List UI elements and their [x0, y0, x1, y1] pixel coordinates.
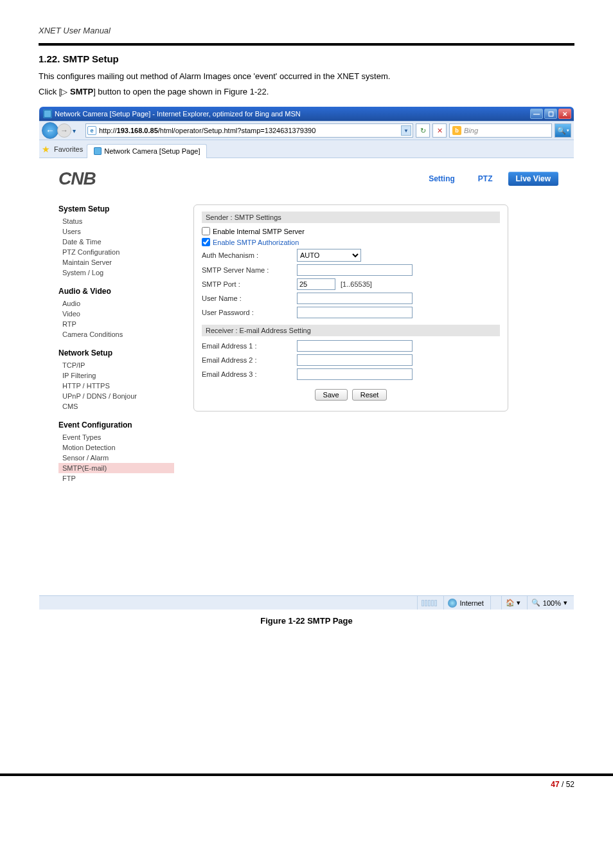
- email3-label: Email Address 3 :: [202, 370, 292, 378]
- zone-label: Internet: [459, 599, 483, 607]
- back-button[interactable]: ←: [42, 122, 58, 139]
- refresh-button[interactable]: ↻: [416, 123, 430, 138]
- enable-internal-smtp-checkbox[interactable]: [202, 227, 210, 235]
- live-view-button[interactable]: Live View: [508, 172, 558, 186]
- minimize-button[interactable]: —: [530, 109, 543, 119]
- page-content: CNB Setting PTZ Live View System Setup S…: [39, 158, 574, 595]
- page-current: 47: [551, 780, 559, 789]
- sidebar-item-rtp[interactable]: RTP: [58, 319, 174, 329]
- close-button[interactable]: ✕: [558, 109, 571, 119]
- top-rule: [39, 43, 574, 46]
- smtp-user-input[interactable]: [297, 293, 413, 304]
- address-bar: ← → ▾ e http://193.168.0.85/html/operato…: [39, 121, 574, 140]
- triangle-icon: ▷: [61, 87, 67, 96]
- doc-header: XNET User Manual: [39, 26, 574, 41]
- smtp-password-input[interactable]: [297, 307, 413, 318]
- email2-input[interactable]: [297, 354, 413, 366]
- email1-input[interactable]: [297, 340, 413, 352]
- search-button[interactable]: 🔍▾: [555, 123, 571, 138]
- sidebar-group-av: Audio & Video: [58, 287, 174, 296]
- browser-tab[interactable]: Network Camera [Setup Page]: [87, 144, 207, 158]
- ptz-button[interactable]: PTZ: [470, 172, 501, 186]
- sidebar-item-system-log[interactable]: System / Log: [58, 267, 174, 278]
- sidebar-item-upnp-ddns[interactable]: UPnP / DDNS / Bonjour: [58, 391, 174, 401]
- sidebar-group-network: Network Setup: [58, 348, 174, 357]
- sidebar-group-event: Event Configuration: [58, 420, 174, 429]
- bottom-rule: [0, 773, 613, 776]
- sidebar-item-ptz-config[interactable]: PTZ Configuration: [58, 247, 174, 257]
- sidebar-item-cms[interactable]: CMS: [58, 401, 174, 411]
- p2-text-c: ] button to open the page shown in Figur…: [93, 87, 269, 96]
- intro-paragraph-2: Click [▷ SMTP] button to open the page s…: [39, 86, 574, 98]
- zoom-dropdown-icon: ▾: [564, 599, 567, 607]
- url-input[interactable]: e http://193.168.0.85/html/operator/Setu…: [85, 123, 413, 138]
- reset-button[interactable]: Reset: [352, 389, 387, 401]
- sidebar-item-status[interactable]: Status: [58, 216, 174, 226]
- sidebar-item-ftp[interactable]: FTP: [58, 473, 174, 484]
- tab-page-icon: [94, 147, 102, 155]
- sidebar-item-sensor-alarm[interactable]: Sensor / Alarm: [58, 453, 174, 463]
- statusbar-tools[interactable]: 🏠 ▾: [501, 596, 524, 610]
- zoom-control[interactable]: 🔍 100% ▾: [527, 596, 571, 610]
- history-dropdown-icon[interactable]: ▾: [73, 127, 80, 134]
- intro-paragraph-1: This configures mailing out method of Al…: [39, 71, 574, 82]
- auth-mechanism-label: Auth Mechanism :: [202, 251, 292, 259]
- stop-button[interactable]: ✕: [432, 123, 447, 138]
- sidebar-item-ipfilter[interactable]: IP Filtering: [58, 370, 174, 381]
- receiver-section-label: Receiver : E-mail Address Setting: [202, 325, 500, 336]
- magnifier-icon: 🔍: [557, 127, 566, 135]
- search-input[interactable]: b Bing: [449, 123, 552, 138]
- protected-mode-cell: [490, 596, 499, 610]
- sidebar-group-system: System Setup: [58, 204, 174, 213]
- favorites-label: Favorites: [54, 145, 83, 153]
- smtp-user-label: User Name :: [202, 294, 292, 302]
- sidebar-item-audio[interactable]: Audio: [58, 298, 174, 309]
- page-icon: e: [87, 126, 96, 135]
- smtp-port-label: SMTP Port :: [202, 280, 292, 288]
- browser-window: Network Camera [Setup Page] - Internet E…: [39, 107, 574, 610]
- email1-label: Email Address 1 :: [202, 342, 292, 350]
- email3-input[interactable]: [297, 368, 413, 380]
- tab-label: Network Camera [Setup Page]: [104, 147, 200, 155]
- enable-smtp-auth-label: Enable SMTP Authorization: [213, 239, 299, 246]
- sidebar-item-event-types[interactable]: Event Types: [58, 432, 174, 442]
- enable-internal-smtp-label: Enable Internal SMTP Server: [213, 228, 305, 235]
- bing-icon: b: [452, 126, 461, 135]
- maximize-button[interactable]: ☐: [544, 109, 557, 119]
- url-text: http://193.168.0.85/html/operator/Setup.…: [99, 127, 398, 134]
- smtp-port-input[interactable]: [297, 278, 335, 290]
- save-button[interactable]: Save: [315, 389, 348, 401]
- email2-label: Email Address 2 :: [202, 356, 292, 364]
- smtp-server-label: SMTP Server Name :: [202, 266, 292, 274]
- sidebar-item-tcpip[interactable]: TCP/IP: [58, 360, 174, 370]
- sidebar-item-users[interactable]: Users: [58, 226, 174, 237]
- sidebar-item-date-time[interactable]: Date & Time: [58, 237, 174, 247]
- sidebar-item-video[interactable]: Video: [58, 309, 174, 319]
- forward-button[interactable]: →: [57, 123, 71, 138]
- sender-section-label: Sender : SMTP Settings: [202, 212, 500, 223]
- progress-indicator-icon: [422, 600, 437, 606]
- sidebar-item-maintain[interactable]: Maintain Server: [58, 257, 174, 267]
- smtp-server-input[interactable]: [297, 264, 413, 276]
- sidebar-item-camera-cond[interactable]: Camera Conditions: [58, 329, 174, 339]
- setting-button[interactable]: Setting: [421, 172, 463, 186]
- auth-mechanism-select[interactable]: AUTO: [297, 249, 361, 262]
- favorites-star-icon[interactable]: ★: [42, 144, 50, 154]
- sidebar-item-motion[interactable]: Motion Detection: [58, 442, 174, 453]
- figure-caption: Figure 1-22 SMTP Page: [39, 616, 574, 626]
- sidebar-item-http-https[interactable]: HTTP / HTTPS: [58, 381, 174, 391]
- sidebar: System Setup Status Users Date & Time PT…: [58, 204, 174, 493]
- page-total: 52: [566, 780, 574, 789]
- smtp-password-label: User Password :: [202, 309, 292, 316]
- settings-panel: Sender : SMTP Settings Enable Internal S…: [193, 204, 558, 493]
- page-footer: 47 / 52: [0, 780, 613, 789]
- zone-globe-icon: [448, 599, 457, 608]
- search-placeholder: Bing: [464, 127, 549, 134]
- enable-smtp-auth-checkbox[interactable]: [202, 238, 210, 246]
- section-title: 1.22. SMTP Setup: [39, 53, 574, 64]
- window-title: Network Camera [Setup Page] - Internet E…: [55, 110, 301, 118]
- page-sep: /: [560, 780, 566, 789]
- smtp-port-range: [1..65535]: [341, 280, 372, 288]
- url-dropdown-icon[interactable]: ▼: [401, 125, 411, 136]
- sidebar-item-smtp[interactable]: SMTP(E-mail): [58, 463, 174, 473]
